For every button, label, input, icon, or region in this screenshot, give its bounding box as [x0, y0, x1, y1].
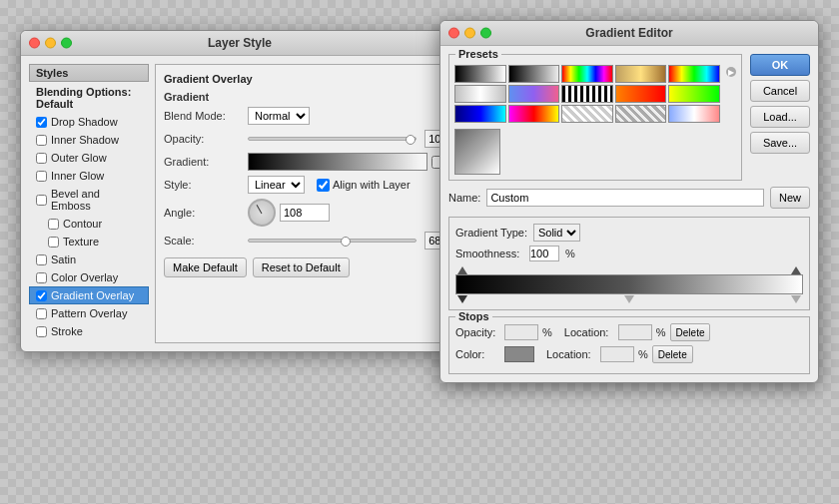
color-swatch[interactable] [504, 346, 534, 362]
gradient-preview[interactable] [248, 153, 427, 171]
ge-minimize-button[interactable] [464, 28, 475, 39]
sidebar-item-inner-glow[interactable]: Inner Glow [29, 167, 149, 185]
name-input[interactable] [486, 189, 764, 207]
layer-style-body: Styles Blending Options: Default Drop Sh… [21, 56, 458, 351]
satin-checkbox[interactable] [36, 254, 47, 265]
new-gradient-button[interactable]: New [770, 187, 810, 209]
ge-action-buttons: OK Cancel Load... Save... [750, 54, 810, 181]
presets-arrow[interactable]: ▶ [726, 67, 736, 77]
gradient-overlay-checkbox[interactable] [36, 290, 47, 301]
align-with-layer-text: Align with Layer [333, 179, 411, 191]
sidebar-item-blending[interactable]: Blending Options: Default [29, 83, 149, 113]
pattern-overlay-checkbox[interactable] [36, 308, 47, 319]
gradient-bar-area [455, 266, 803, 303]
ge-close-button[interactable] [448, 28, 459, 39]
sidebar-item-contour[interactable]: Contour [29, 215, 149, 233]
opacity-stop-value[interactable] [504, 324, 538, 340]
color-location-value[interactable] [600, 346, 634, 362]
preset-12[interactable] [508, 105, 560, 123]
sidebar-item-bevel-emboss[interactable]: Bevel and Emboss [29, 185, 149, 215]
gradient-type-label: Gradient Type: [455, 227, 527, 239]
gradient-editor-dialog: Gradient Editor Presets [439, 20, 819, 383]
sidebar-item-inner-shadow[interactable]: Inner Shadow [29, 131, 149, 149]
texture-label: Texture [63, 236, 99, 248]
inner-shadow-label: Inner Shadow [51, 134, 119, 146]
color-delete-button[interactable]: Delete [652, 345, 693, 363]
drop-shadow-label: Drop Shadow [51, 116, 118, 128]
smoothness-input[interactable] [529, 246, 559, 261]
bevel-emboss-checkbox[interactable] [36, 195, 47, 206]
presets-label: Presets [455, 48, 501, 60]
preset-11[interactable] [454, 105, 506, 123]
style-select[interactable]: Linear [248, 176, 305, 194]
preset-7[interactable] [508, 85, 560, 103]
preset-14[interactable] [615, 105, 667, 123]
close-button[interactable] [29, 38, 40, 49]
layer-style-titlebar: Layer Style [21, 31, 458, 56]
sidebar-item-color-overlay[interactable]: Color Overlay [29, 268, 149, 286]
preset-15[interactable] [668, 105, 720, 123]
gradient-type-select[interactable]: Solid [533, 224, 580, 242]
drop-shadow-checkbox[interactable] [36, 117, 47, 128]
contour-checkbox[interactable] [48, 219, 59, 230]
maximize-button[interactable] [61, 38, 72, 49]
name-row: Name: New [448, 187, 810, 209]
presets-grid [454, 65, 720, 123]
sidebar-item-gradient-overlay[interactable]: Gradient Overlay [29, 286, 149, 304]
texture-checkbox[interactable] [48, 237, 59, 248]
color-stop-mid[interactable] [624, 295, 634, 303]
inner-shadow-checkbox[interactable] [36, 135, 47, 146]
opacity-stop-right[interactable] [791, 266, 801, 274]
preset-9[interactable] [615, 85, 667, 103]
sidebar-item-outer-glow[interactable]: Outer Glow [29, 149, 149, 167]
smoothness-unit: % [565, 248, 575, 259]
blend-mode-label: Blend Mode: [164, 110, 244, 122]
preset-3[interactable] [561, 65, 613, 83]
gradient-editor-body: Presets [440, 46, 818, 382]
gradient-settings-section: Gradient Type: Solid Smoothness: % [448, 217, 810, 310]
opacity-stop-label: Opacity: [455, 326, 500, 338]
sidebar-item-pattern-overlay[interactable]: Pattern Overlay [29, 304, 149, 322]
make-default-button[interactable]: Make Default [164, 257, 247, 277]
pattern-overlay-label: Pattern Overlay [51, 307, 127, 319]
inner-glow-checkbox[interactable] [36, 171, 47, 182]
preset-1[interactable] [454, 65, 506, 83]
color-overlay-checkbox[interactable] [36, 272, 47, 283]
color-stop-right[interactable] [791, 295, 801, 303]
align-with-layer-label[interactable]: Align with Layer [317, 179, 411, 192]
angle-wheel[interactable] [248, 199, 276, 227]
align-with-layer-checkbox[interactable] [317, 179, 330, 192]
ge-ok-button[interactable]: OK [750, 54, 810, 76]
gradient-bar[interactable] [455, 274, 803, 294]
ge-save-button[interactable]: Save... [750, 132, 810, 154]
ge-traffic-lights [448, 28, 491, 39]
ge-cancel-button[interactable]: Cancel [750, 80, 810, 102]
opacity-delete-button[interactable]: Delete [670, 323, 711, 341]
preset-4[interactable] [615, 65, 667, 83]
ge-load-button[interactable]: Load... [750, 106, 810, 128]
stroke-label: Stroke [51, 325, 83, 337]
minimize-button[interactable] [45, 38, 56, 49]
preset-10[interactable] [668, 85, 720, 103]
layer-style-title: Layer Style [208, 36, 272, 50]
opacity-stop-left[interactable] [457, 266, 467, 274]
ge-maximize-button[interactable] [480, 28, 491, 39]
preset-13[interactable] [561, 105, 613, 123]
color-stop-left[interactable] [457, 295, 467, 303]
name-label: Name: [448, 192, 480, 204]
blend-mode-select[interactable]: Normal [248, 107, 310, 125]
preset-6[interactable] [454, 85, 506, 103]
inner-glow-label: Inner Glow [51, 170, 104, 182]
reset-to-default-button[interactable]: Reset to Default [253, 257, 350, 277]
preset-5[interactable] [668, 65, 720, 83]
stroke-checkbox[interactable] [36, 326, 47, 337]
preset-2[interactable] [508, 65, 560, 83]
sidebar-item-texture[interactable]: Texture [29, 233, 149, 251]
preset-8[interactable] [561, 85, 613, 103]
outer-glow-checkbox[interactable] [36, 153, 47, 164]
angle-input[interactable] [280, 204, 330, 222]
sidebar-item-drop-shadow[interactable]: Drop Shadow [29, 113, 149, 131]
sidebar-item-stroke[interactable]: Stroke [29, 322, 149, 340]
sidebar-item-satin[interactable]: Satin [29, 251, 149, 268]
opacity-location-value[interactable] [618, 324, 652, 340]
